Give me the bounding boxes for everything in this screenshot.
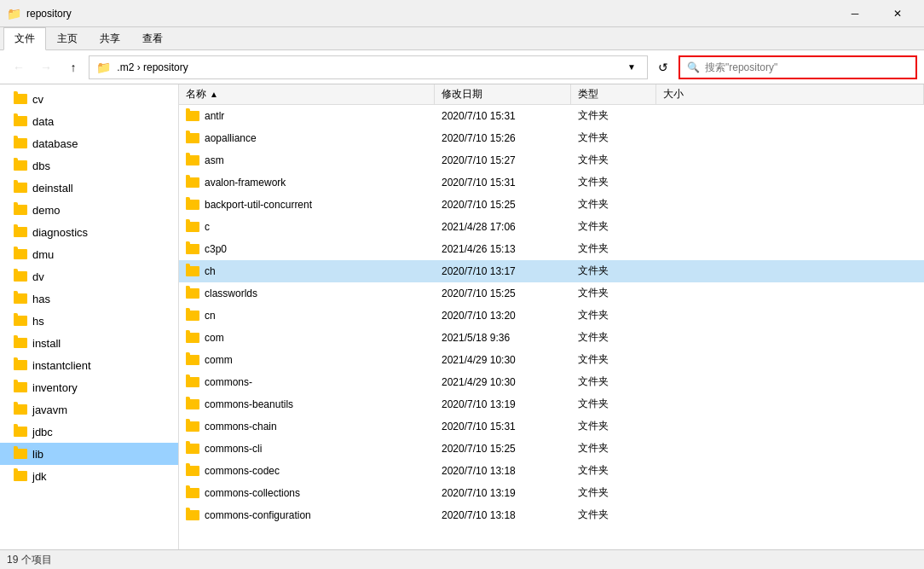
folder-icon (14, 138, 27, 148)
close-button[interactable]: ✕ (878, 0, 917, 27)
table-row[interactable]: c3p02021/4/26 15:13文件夹 (179, 238, 924, 260)
sidebar-item-lib[interactable]: lib (0, 443, 178, 465)
file-cell-type: 文件夹 (571, 216, 656, 237)
file-cell-name: cn (179, 305, 435, 326)
table-row[interactable]: aopalliance2020/7/10 15:26文件夹 (179, 127, 924, 149)
sidebar-item-dbs[interactable]: dbs (0, 154, 178, 177)
folder-icon (14, 227, 27, 237)
column-header-size[interactable]: 大小 (656, 84, 924, 104)
file-cell-type: 文件夹 (571, 260, 656, 282)
sidebar-item-has[interactable]: has (0, 287, 178, 310)
table-row[interactable]: commons-collections2020/7/10 13:19文件夹 (179, 482, 924, 504)
tab-home[interactable]: 主页 (46, 27, 89, 49)
table-row[interactable]: comm2021/4/29 10:30文件夹 (179, 349, 924, 371)
file-cell-name: aopalliance (179, 127, 435, 148)
table-row[interactable]: ch2020/7/10 13:17文件夹 (179, 260, 924, 282)
refresh-button[interactable]: ↺ (651, 55, 675, 79)
table-row[interactable]: avalon-framework2020/7/10 15:31文件夹 (179, 171, 924, 194)
item-count: 19 个项目 (7, 553, 52, 567)
column-header-date[interactable]: 修改日期 (435, 84, 571, 104)
file-cell-size (656, 260, 924, 282)
folder-icon (186, 155, 199, 165)
file-cell-date: 2020/7/10 15:31 (435, 171, 571, 193)
sidebar: cvdatadatabasedbsdeinstalldemodiagnostic… (0, 84, 179, 549)
file-cell-name: comm (179, 349, 435, 370)
table-row[interactable]: c2021/4/28 17:06文件夹 (179, 216, 924, 238)
table-row[interactable]: commons-cli2020/7/10 15:25文件夹 (179, 438, 924, 460)
file-name: commons-codec (205, 465, 280, 477)
sidebar-item-install[interactable]: install (0, 332, 178, 354)
sidebar-item-label: javavm (32, 404, 67, 416)
sidebar-item-cv[interactable]: cv (0, 88, 178, 110)
file-cell-date: 2020/7/10 15:26 (435, 127, 571, 148)
table-row[interactable]: backport-util-concurrent2020/7/10 15:25文… (179, 194, 924, 216)
folder-icon (186, 421, 199, 432)
file-name: commons-cli (205, 443, 262, 455)
sidebar-item-label: has (32, 293, 50, 305)
sidebar-item-javavm[interactable]: javavm (0, 398, 178, 421)
forward-button[interactable]: → (34, 55, 58, 79)
sidebar-item-inventory[interactable]: inventory (0, 376, 178, 398)
column-header-type[interactable]: 类型 (571, 84, 656, 104)
folder-icon (14, 382, 27, 392)
tab-file[interactable]: 文件 (3, 27, 46, 50)
folder-icon (14, 205, 27, 215)
table-row[interactable]: cn2020/7/10 13:20文件夹 (179, 305, 924, 327)
folder-icon (186, 111, 199, 121)
sidebar-item-diagnostics[interactable]: diagnostics (0, 221, 178, 243)
sidebar-item-label: jdbc (32, 426, 53, 438)
file-cell-size (656, 282, 924, 304)
file-cell-date: 2021/5/18 9:36 (435, 327, 571, 348)
folder-icon (14, 449, 27, 459)
table-row[interactable]: commons-chain2020/7/10 15:31文件夹 (179, 415, 924, 438)
sidebar-item-demo[interactable]: demo (0, 199, 178, 221)
sidebar-item-dmu[interactable]: dmu (0, 243, 178, 265)
sidebar-item-data[interactable]: data (0, 110, 178, 132)
file-name: avalon-framework (205, 177, 286, 189)
file-cell-size (656, 238, 924, 259)
table-row[interactable]: commons-configuration2020/7/10 13:18文件夹 (179, 504, 924, 526)
folder-icon (186, 466, 199, 476)
file-cell-date: 2020/7/10 13:19 (435, 393, 571, 415)
search-input[interactable] (705, 61, 909, 73)
minimize-button[interactable]: ─ (835, 0, 875, 27)
folder-icon (186, 200, 199, 210)
table-row[interactable]: classworlds2020/7/10 15:25文件夹 (179, 282, 924, 305)
sidebar-item-jdbc[interactable]: jdbc (0, 421, 178, 443)
file-cell-type: 文件夹 (571, 305, 656, 326)
folder-icon (14, 249, 27, 259)
sidebar-item-hs[interactable]: hs (0, 310, 178, 332)
address-dropdown-icon[interactable]: ▼ (623, 55, 640, 79)
title-bar-left: 📁 repository (7, 7, 72, 20)
table-row[interactable]: commons-beanutils2020/7/10 13:19文件夹 (179, 393, 924, 415)
sidebar-item-dv[interactable]: dv (0, 265, 178, 287)
back-button[interactable]: ← (7, 55, 31, 79)
file-cell-size (656, 371, 924, 392)
table-row[interactable]: asm2020/7/10 15:27文件夹 (179, 149, 924, 171)
file-name: antlr (205, 110, 224, 122)
table-row[interactable]: commons-2021/4/29 10:30文件夹 (179, 371, 924, 393)
up-button[interactable]: ↑ (61, 55, 85, 79)
table-row[interactable]: commons-codec2020/7/10 13:18文件夹 (179, 460, 924, 482)
sidebar-item-jdk[interactable]: jdk (0, 465, 178, 487)
folder-icon (14, 427, 27, 437)
tab-view[interactable]: 查看 (131, 27, 174, 49)
file-name: backport-util-concurrent (205, 199, 312, 211)
folder-icon (14, 471, 27, 481)
sidebar-item-deinstall[interactable]: deinstall (0, 177, 178, 199)
sidebar-item-instantclient[interactable]: instantclient (0, 354, 178, 376)
search-box[interactable]: 🔍 (679, 55, 917, 79)
table-row[interactable]: antlr2020/7/10 15:31文件夹 (179, 105, 924, 127)
column-header-name[interactable]: 名称 ▲ (179, 84, 435, 104)
address-box[interactable]: 📁 .m2 › repository ▼ (89, 55, 648, 79)
sidebar-item-label: dbs (32, 160, 50, 172)
file-cell-type: 文件夹 (571, 349, 656, 370)
sidebar-item-label: install (32, 337, 61, 350)
file-cell-size (656, 504, 924, 525)
tab-share[interactable]: 共享 (89, 27, 131, 49)
sidebar-item-database[interactable]: database (0, 132, 178, 154)
file-cell-name: commons-chain (179, 415, 435, 437)
file-cell-type: 文件夹 (571, 415, 656, 437)
table-row[interactable]: com2021/5/18 9:36文件夹 (179, 327, 924, 349)
folder-icon (186, 244, 199, 254)
